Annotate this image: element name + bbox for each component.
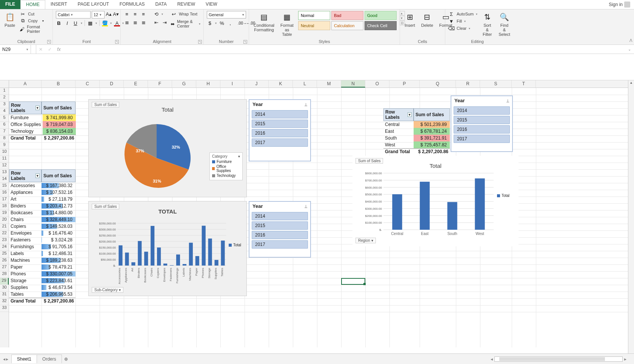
column-header-T[interactable]: T <box>512 80 536 88</box>
slicer-item-2014[interactable]: 2014 <box>252 110 308 118</box>
pivot-row[interactable]: Central$ 501,239.89 <box>383 121 450 128</box>
percent-format-icon[interactable]: % <box>219 20 225 26</box>
insert-button[interactable]: ⊞Insert <box>403 11 417 28</box>
row-header-5[interactable]: 5 <box>0 115 9 122</box>
column-header-C[interactable]: C <box>75 80 100 88</box>
style-cell-good[interactable]: Good <box>365 11 397 20</box>
column-header-B[interactable]: B <box>42 80 75 88</box>
underline-button[interactable]: U <box>72 20 78 26</box>
column-header-K[interactable]: K <box>269 80 293 88</box>
row-header-2[interactable]: 2 <box>0 95 9 101</box>
style-cell-check-cell[interactable]: Check Cell <box>365 21 397 30</box>
delete-button[interactable]: ⊟Delete <box>420 11 435 28</box>
column-header-G[interactable]: G <box>172 80 196 88</box>
autosum-button[interactable]: AutoSum <box>457 12 474 16</box>
ribbon-tab-insert[interactable]: INSERT <box>45 0 72 9</box>
borders-button[interactable]: ▦ <box>87 20 93 26</box>
slicer-item-2014[interactable]: 2014 <box>454 106 510 115</box>
row-header-1[interactable]: 1 <box>0 88 9 95</box>
slicer-item-2017[interactable]: 2017 <box>252 240 308 249</box>
find-select-button[interactable]: 🔍Find & Select <box>497 11 512 37</box>
number-launcher[interactable]: ⤡ <box>243 40 247 44</box>
select-all-corner[interactable] <box>0 80 9 88</box>
ribbon-tab-home[interactable]: HOME <box>20 0 45 9</box>
pivot-row[interactable]: East$ 678,781.24 <box>383 128 450 135</box>
pivot-row[interactable]: Paper$ 78,479.21 <box>9 264 75 270</box>
column-header-N[interactable]: N <box>341 80 365 88</box>
decrease-indent-icon[interactable]: ⇤ <box>153 19 159 25</box>
name-box[interactable]: N29▾ <box>0 45 31 54</box>
row-header-15[interactable]: 15 <box>0 183 9 190</box>
row-header-14[interactable]: 14 <box>0 176 9 183</box>
cut-button[interactable]: Cut <box>28 12 34 16</box>
row-header-19[interactable]: 19 <box>0 210 9 217</box>
row-header-8[interactable]: 8 <box>0 135 9 142</box>
copy-dropdown-icon[interactable]: ▾ <box>40 18 46 24</box>
fx-icon[interactable]: fx <box>54 47 63 52</box>
slicer-item-2015[interactable]: 2015 <box>454 116 510 124</box>
row-header-13[interactable]: 13 <box>0 169 9 176</box>
paste-button[interactable]: 📋 Paste <box>3 11 17 28</box>
pivot-row[interactable]: Labels$ 12,486.31 <box>9 250 75 257</box>
increase-indent-icon[interactable]: ⇥ <box>162 19 168 25</box>
fill-button[interactable]: Fill <box>457 19 462 23</box>
row-header-3[interactable]: 3 <box>0 101 9 108</box>
copy-button[interactable]: Copy <box>28 18 38 23</box>
format-as-table-button[interactable]: ▦ Format as Table <box>279 11 295 37</box>
row-header-32[interactable]: 32 <box>0 298 9 305</box>
font-size-select[interactable]: 12▾ <box>92 11 105 18</box>
cut-icon[interactable]: ✂ <box>20 11 26 17</box>
sheet-tab-active[interactable]: Sheet1 <box>11 355 37 363</box>
slicer-clear-filter-icon[interactable]: ⟂ <box>305 102 307 107</box>
row-header-7[interactable]: 7 <box>0 129 9 135</box>
decrease-font-icon[interactable]: A▾ <box>113 11 119 17</box>
vertical-scrollbar[interactable]: ▴ <box>628 80 634 353</box>
row-header-16[interactable]: 16 <box>0 190 9 197</box>
fill-icon[interactable]: ▼ <box>448 18 454 24</box>
orientation-icon[interactable]: ⟲ <box>153 11 159 17</box>
italic-button[interactable]: I <box>64 20 70 26</box>
pivot-row[interactable]: Envelopes$ 16,476.40 <box>9 230 75 237</box>
increase-decimal-icon[interactable]: .00→ <box>239 20 245 26</box>
column-header-P[interactable]: P <box>389 80 420 88</box>
row-header-18[interactable]: 18 <box>0 203 9 210</box>
fill-color-button[interactable]: 🪣 <box>102 20 108 26</box>
pivot-row[interactable]: Supplies$ 46,673.54 <box>9 284 75 291</box>
column-header-Q[interactable]: Q <box>420 80 456 88</box>
pivot-row[interactable]: Accessories$ 167,380.32 <box>9 182 75 189</box>
clear-button[interactable]: Clear <box>457 26 466 31</box>
pivot-row[interactable]: Fasteners$ 3,024.28 <box>9 237 75 243</box>
bar-region-filter-button[interactable]: Region▾ <box>355 238 376 243</box>
column-header-J[interactable]: J <box>245 80 269 88</box>
autosum-icon[interactable]: Σ <box>448 11 454 17</box>
slicer-item-2016[interactable]: 2016 <box>252 129 308 137</box>
year-slicer-3[interactable]: Year⟂ 2014201520162017 <box>451 95 513 152</box>
comma-format-icon[interactable]: , <box>227 20 233 26</box>
cancel-formula-icon[interactable]: ✕ <box>36 47 45 52</box>
row-header-30[interactable]: 30 <box>0 285 9 292</box>
align-middle-icon[interactable]: ≡ <box>132 11 138 17</box>
copy-icon[interactable]: ⧉ <box>20 18 26 24</box>
slicer-item-2016[interactable]: 2016 <box>252 231 308 239</box>
pivot-row[interactable]: Chairs$ 328,449.10 <box>9 216 75 223</box>
column-header-L[interactable]: L <box>293 80 317 88</box>
clear-icon[interactable]: ⌫ <box>448 25 454 31</box>
pivot-row[interactable]: Technology$ 836,154.03 <box>9 128 76 135</box>
merge-center-icon[interactable]: ⬌ <box>171 21 175 27</box>
sheet-tab-orders[interactable]: Orders <box>37 355 62 363</box>
column-header-D[interactable]: D <box>100 80 124 88</box>
column-header-R[interactable]: R <box>456 80 480 88</box>
row-header-29[interactable]: 29 <box>0 278 9 285</box>
row-header-12[interactable]: 12 <box>0 163 9 169</box>
style-cell-normal[interactable]: Normal <box>298 11 330 20</box>
name-box-dropdown-icon[interactable]: ▾ <box>26 48 28 51</box>
column-header-O[interactable]: O <box>365 80 389 88</box>
expand-formula-bar-icon[interactable]: ⌄ <box>625 47 634 51</box>
clipboard-launcher[interactable]: ⤡ <box>47 40 51 44</box>
slicer-item-2015[interactable]: 2015 <box>252 221 308 230</box>
style-cell-calculation[interactable]: Calculation <box>331 21 363 30</box>
pivot-row[interactable]: Machines$ 189,238.63 <box>9 257 75 264</box>
bar-sub-chart[interactable]: Sum of Sales TOTAL $-$50,000.00$100,000.… <box>88 201 247 296</box>
column-header-A[interactable]: A <box>9 80 42 88</box>
font-name-select[interactable]: Calibri▾ <box>56 11 91 18</box>
